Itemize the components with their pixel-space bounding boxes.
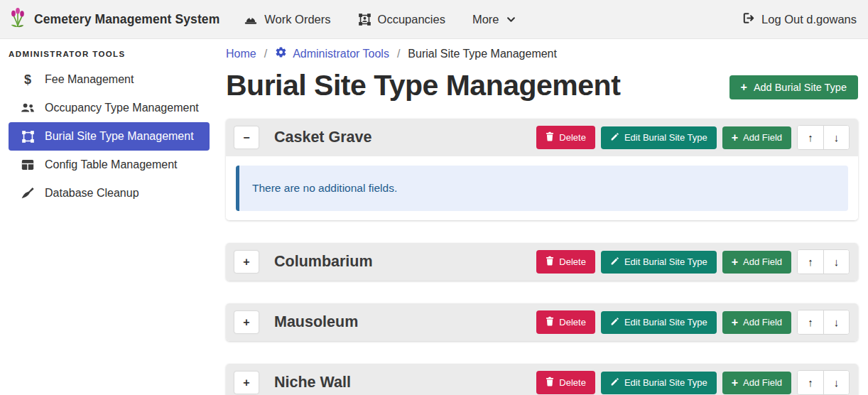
move-down-button[interactable]: ↓ <box>823 310 849 334</box>
burial-site-type-panel: + Columbarium Delete Edit Burial Site Ty… <box>226 243 858 281</box>
nav-item-occupancies[interactable]: Occupancies <box>358 13 445 26</box>
brand[interactable]: Cemetery Management System <box>9 7 219 31</box>
sidebar-item-fee-management[interactable]: $ Fee Management <box>9 65 210 94</box>
sidebar-item-database-cleanup[interactable]: Database Cleanup <box>9 179 210 207</box>
logout-label: Log Out d.gowans <box>761 13 857 26</box>
plus-icon: + <box>741 82 747 93</box>
breadcrumb-admin-tools-link[interactable]: Administrator Tools <box>275 46 389 61</box>
panel-title: Casket Grave <box>274 129 371 146</box>
reorder-button-group: ↑ ↓ <box>797 370 850 395</box>
table-icon <box>20 158 36 171</box>
nav-item-more[interactable]: More <box>472 13 516 26</box>
main-content: Home / Administrator Tools / Burial Site… <box>220 39 868 395</box>
panel-header-niche-wall: + Niche Wall Delete Edit Burial Site Typ… <box>226 364 858 395</box>
expand-button[interactable]: + <box>234 311 259 333</box>
add-field-button[interactable]: + Add Field <box>722 372 791 394</box>
users-icon <box>20 102 36 114</box>
edit-burial-site-type-button[interactable]: Edit Burial Site Type <box>601 311 717 334</box>
delete-button[interactable]: Delete <box>536 250 595 274</box>
no-fields-alert: There are no additional fields. <box>236 166 848 211</box>
logout-button[interactable]: Log Out d.gowans <box>742 11 857 28</box>
sidebar-heading: Administrator Tools <box>0 44 220 65</box>
move-down-button[interactable]: ↓ <box>823 126 849 149</box>
plus-icon: + <box>732 377 738 389</box>
expand-button[interactable]: + <box>234 372 259 394</box>
move-up-button[interactable]: ↑ <box>798 250 823 274</box>
dollar-icon: $ <box>20 72 36 87</box>
move-down-button[interactable]: ↓ <box>823 250 849 274</box>
sidebar-item-label: Occupancy Type Management <box>45 102 199 114</box>
sidebar: Administrator Tools $ Fee Management Occ… <box>0 39 220 395</box>
nav-item-work-orders[interactable]: Work Orders <box>244 13 330 26</box>
delete-button[interactable]: Delete <box>536 126 595 149</box>
move-up-button[interactable]: ↑ <box>798 126 823 149</box>
nav-item-label: Work Orders <box>264 13 330 26</box>
occupancy-icon <box>358 13 371 26</box>
burial-site-type-panel: − Casket Grave Delete Edit Burial Site T… <box>226 119 858 220</box>
add-field-button[interactable]: + Add Field <box>722 251 791 274</box>
burial-site-type-panel: + Niche Wall Delete Edit Burial Site Typ… <box>226 364 858 395</box>
panel-header-columbarium: + Columbarium Delete Edit Burial Site Ty… <box>226 243 858 281</box>
breadcrumb-separator: / <box>397 48 400 60</box>
panel-title: Mausoleum <box>274 313 358 331</box>
pencil-icon <box>610 377 619 389</box>
pencil-icon <box>610 132 619 144</box>
reorder-button-group: ↑ ↓ <box>797 310 850 335</box>
tulip-logo-icon <box>9 7 27 31</box>
add-burial-site-type-button[interactable]: + Add Burial Site Type <box>729 75 858 99</box>
hard-hat-icon <box>244 13 258 26</box>
pencil-icon <box>610 317 619 328</box>
trash-icon <box>546 316 554 328</box>
edit-burial-site-type-button[interactable]: Edit Burial Site Type <box>601 372 717 394</box>
sidebar-item-occupancy-type[interactable]: Occupancy Type Management <box>9 94 210 122</box>
plus-icon: + <box>732 317 738 328</box>
trash-icon <box>546 377 554 389</box>
nav-item-label: More <box>472 13 499 26</box>
gear-icon <box>275 46 287 61</box>
panel-title: Columbarium <box>274 253 373 271</box>
panel-title: Niche Wall <box>274 374 351 391</box>
delete-button[interactable]: Delete <box>536 310 595 334</box>
sidebar-item-label: Fee Management <box>45 73 134 86</box>
move-up-button[interactable]: ↑ <box>798 310 823 334</box>
sidebar-item-burial-site-type[interactable]: Burial Site Type Management <box>9 122 210 151</box>
top-navbar: Cemetery Management System Work Orders <box>0 0 868 39</box>
sidebar-item-label: Database Cleanup <box>45 187 139 200</box>
move-down-button[interactable]: ↓ <box>823 371 849 394</box>
expand-button[interactable]: + <box>234 251 259 273</box>
plus-icon: + <box>732 132 738 144</box>
reorder-button-group: ↑ ↓ <box>797 125 850 150</box>
sidebar-item-config-table[interactable]: Config Table Management <box>9 151 210 179</box>
plus-icon: + <box>732 256 738 268</box>
vector-square-icon <box>20 130 36 144</box>
nav-item-label: Occupancies <box>378 13 445 26</box>
panel-body: There are no additional fields. <box>226 156 858 220</box>
reorder-button-group: ↑ ↓ <box>797 249 850 274</box>
edit-burial-site-type-button[interactable]: Edit Burial Site Type <box>601 251 717 274</box>
add-field-button[interactable]: + Add Field <box>722 126 791 149</box>
collapse-button[interactable]: − <box>234 126 259 148</box>
breadcrumb-current: Burial Site Type Management <box>408 48 557 60</box>
page-title: Burial Site Type Management <box>226 69 620 102</box>
trash-icon <box>546 131 554 144</box>
panel-header-mausoleum: + Mausoleum Delete Edit Burial Site Type… <box>226 303 858 341</box>
navbar-links: Work Orders Occupancies More <box>244 13 516 26</box>
move-up-button[interactable]: ↑ <box>798 371 823 394</box>
breadcrumb-home-link[interactable]: Home <box>226 48 256 60</box>
sidebar-item-label: Burial Site Type Management <box>45 130 194 143</box>
add-field-button[interactable]: + Add Field <box>722 311 791 334</box>
broom-icon <box>20 187 36 200</box>
panel-header-casket-grave: − Casket Grave Delete Edit Burial Site T… <box>226 119 858 156</box>
edit-burial-site-type-button[interactable]: Edit Burial Site Type <box>601 126 717 149</box>
app-title: Cemetery Management System <box>34 12 219 27</box>
trash-icon <box>546 256 554 268</box>
burial-site-type-panel: + Mausoleum Delete Edit Burial Site Type… <box>226 303 858 341</box>
breadcrumb-separator: / <box>264 48 267 60</box>
pencil-icon <box>610 256 619 268</box>
sidebar-item-label: Config Table Management <box>45 158 178 171</box>
logout-icon <box>742 11 755 28</box>
breadcrumb: Home / Administrator Tools / Burial Site… <box>226 46 858 61</box>
delete-button[interactable]: Delete <box>536 371 595 394</box>
chevron-down-icon <box>506 14 516 25</box>
